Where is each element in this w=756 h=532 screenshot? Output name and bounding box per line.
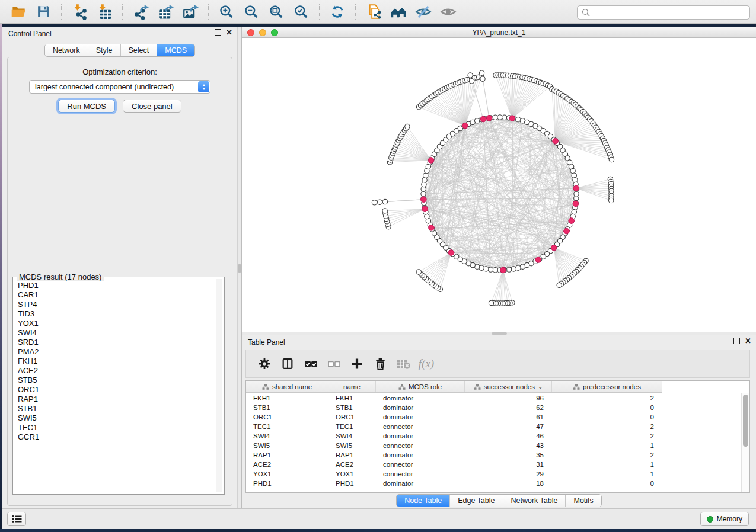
show-all-icon[interactable] [439,3,457,21]
table-cell: 29 [465,470,552,477]
column-header-name[interactable]: name [328,381,376,392]
table-body: FKH1FKH1dominator962STB1STB1dominator620… [246,393,741,492]
search-input[interactable] [590,7,749,18]
column-header-shared-name[interactable]: shared name [246,381,328,392]
column-header-predecessor-nodes[interactable]: predecessor nodes [552,381,662,392]
mcds-result-item[interactable]: TID3 [15,309,215,319]
tab-select[interactable]: Select [120,44,157,56]
float-panel-icon[interactable] [733,338,740,344]
mcds-result-item[interactable]: SWI5 [15,414,215,423]
tab-motifs[interactable]: Motifs [565,495,601,507]
zoom-out-icon[interactable] [243,3,260,21]
table-row[interactable]: SWI4SWI4dominator462 [246,431,741,441]
table-cell: dominator [376,404,465,411]
duplicate-network-icon[interactable] [365,3,382,21]
table-row[interactable]: SWI5SWI5connector431 [246,441,741,450]
mcds-result-item[interactable]: SWI4 [15,328,215,338]
mcds-result-item[interactable]: YOX1 [15,319,215,328]
export-network-icon[interactable] [132,3,149,21]
memory-button[interactable]: Memory [700,512,749,526]
criterion-select[interactable]: largest connected component (undirected) [29,80,210,94]
mcds-result-item[interactable]: STB5 [15,376,215,385]
splitter-handle[interactable] [492,332,507,335]
table-cell: FKH1 [328,395,376,402]
mcds-result-item[interactable]: RAP1 [15,395,215,404]
refresh-icon[interactable] [328,3,346,21]
import-network-icon[interactable] [71,3,88,21]
table-cell: 62 [465,404,552,411]
table-cell: connector [376,423,465,430]
tab-edge-table[interactable]: Edge Table [449,495,502,507]
float-panel-icon[interactable] [215,29,221,36]
column-header-successor-nodes[interactable]: successor nodes⌄ [465,381,552,392]
tab-style[interactable]: Style [88,44,120,56]
toolbar-separator [208,4,209,20]
select-all-icon[interactable] [302,355,320,373]
add-column-icon[interactable] [348,355,366,373]
table-row[interactable]: ACE2ACE2connector311 [246,460,741,469]
table-cell: 0 [552,404,662,411]
export-image-icon[interactable] [181,3,199,21]
optimization-criterion-label: Optimization criterion: [8,68,232,76]
mcds-result-item[interactable]: TEC1 [15,423,215,432]
close-panel-icon[interactable]: ✕ [745,338,751,344]
vertical-splitter[interactable] [237,27,242,508]
toolbar-separator [319,4,320,20]
table-row[interactable]: YOX1YOX1connector291 [246,469,741,479]
table-scrollbar[interactable] [741,393,749,492]
table-cell: 2 [552,432,662,440]
settings-icon[interactable] [256,355,273,373]
save-session-icon[interactable] [34,3,52,21]
tab-network-table[interactable]: Network Table [503,495,566,507]
close-panel-button[interactable]: Close panel [123,100,181,113]
tab-mcds[interactable]: MCDS [157,44,194,56]
zoom-fit-icon[interactable] [267,3,285,21]
export-table-icon[interactable] [157,3,174,21]
table-cell: 46 [465,432,552,440]
control-panel-header: Control Panel ✕ [2,27,237,41]
search-box[interactable] [577,5,750,20]
mcds-result-list[interactable]: PHD1CAR1STP4TID3YOX1SWI4SRD1PMA2FKH1ACE2… [15,281,215,492]
column-layout-icon[interactable] [279,355,296,373]
mcds-result-item[interactable]: SRD1 [15,338,215,347]
zoom-in-icon[interactable] [218,3,235,21]
table-row[interactable]: RAP1RAP1dominator352 [246,450,741,460]
scrollbar-thumb[interactable] [743,395,748,447]
deselect-all-icon[interactable] [325,355,343,373]
table-cell: dominator [376,432,465,440]
table-row[interactable]: FKH1FKH1dominator962 [246,393,741,403]
table-row[interactable]: PHD1PHD1dominator180 [246,479,741,488]
close-panel-icon[interactable]: ✕ [226,29,232,36]
control-panel-tabs: NetworkStyleSelectMCDS [2,44,237,57]
tab-node-table[interactable]: Node Table [397,495,449,507]
mcds-result-item[interactable]: CAR1 [15,290,215,300]
column-header-MCDS-role[interactable]: MCDS role [376,381,465,392]
mcds-result-item[interactable]: ORC1 [15,385,215,395]
table-row[interactable]: ORC1ORC1dominator610 [246,412,741,422]
mcds-result-item[interactable]: PHD1 [15,281,215,290]
splitter-handle[interactable] [238,264,241,273]
mcds-result-item[interactable]: STB1 [15,404,215,414]
mcds-result-item[interactable]: GCR1 [15,432,215,442]
network-canvas[interactable] [242,38,756,332]
run-mcds-button[interactable]: Run MCDS [58,100,115,113]
table-cell: 1 [552,470,662,477]
column-header-label: predecessor nodes [583,383,641,390]
show-panels-button[interactable] [7,512,26,526]
hide-selected-icon[interactable] [414,3,432,21]
zoom-selected-icon[interactable] [292,3,310,21]
toolbar-icons [6,3,461,21]
mcds-result-item[interactable]: FKH1 [15,357,215,366]
mcds-result-item[interactable]: STP4 [15,300,215,309]
table-row[interactable]: STB1STB1dominator620 [246,403,741,412]
table-row[interactable]: TEC1TEC1connector472 [246,422,741,431]
first-neighbors-icon[interactable] [390,3,407,21]
import-table-icon[interactable] [95,3,113,21]
table-cell: 0 [552,414,662,421]
delete-column-icon[interactable] [371,355,389,373]
tab-network[interactable]: Network [45,44,88,56]
open-session-icon[interactable] [9,3,27,21]
mcds-result-item[interactable]: PMA2 [15,347,215,357]
mcds-result-item[interactable]: ACE2 [15,366,215,376]
result-scrollbar[interactable] [216,279,222,492]
